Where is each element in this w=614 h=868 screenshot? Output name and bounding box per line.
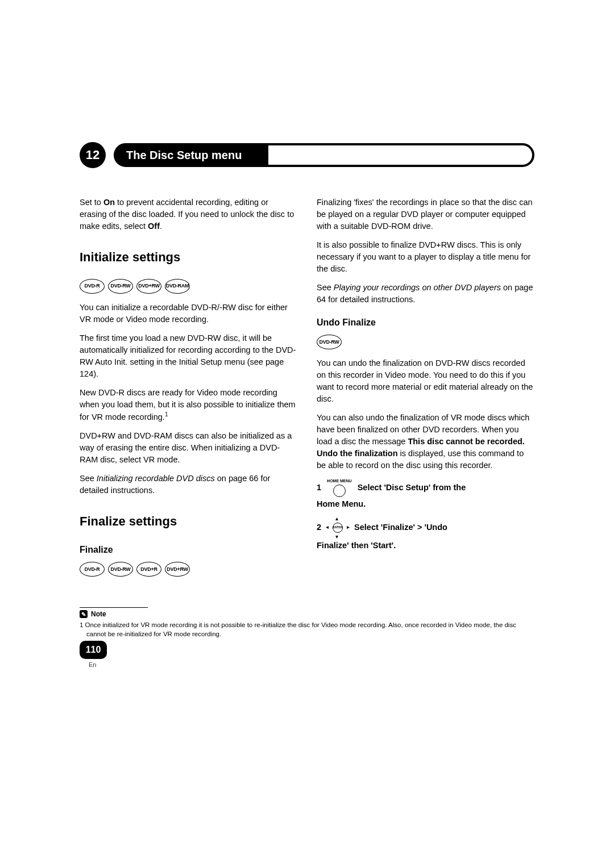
init-paragraph-4: DVD+RW and DVD-RAM discs can also be ini… bbox=[80, 430, 297, 466]
subheading-finalize: Finalize bbox=[80, 543, 297, 556]
note-label: Note bbox=[91, 610, 106, 618]
badge-dvd-rw: DVD-RW bbox=[108, 562, 133, 577]
badge-dvd-plus-r: DVD+R bbox=[136, 562, 161, 577]
step-1-text: Select 'Disc Setup' from the bbox=[358, 482, 466, 494]
step-2-text: Select 'Finalize' > 'Undo bbox=[354, 521, 447, 533]
step-2-row: 2 ▴ ▾ ◂ ▸ ENTER Select 'Finalize' > 'Und… bbox=[317, 517, 534, 539]
footnote-text: 1 Once initialized for VR mode recording… bbox=[80, 620, 534, 639]
badge-dvd-r: DVD-R bbox=[80, 279, 105, 294]
intro-paragraph: Set to On to prevent accidental recordin… bbox=[80, 197, 297, 232]
page-number-badge: 110 bbox=[80, 641, 107, 659]
badge-dvd-plus-rw: DVD+RW bbox=[165, 562, 190, 577]
badge-dvd-plus-rw: DVD+RW bbox=[136, 279, 161, 294]
init-paragraph-1: You can initialize a recordable DVD-R/-R… bbox=[80, 302, 297, 326]
right-column: Finalizing 'fixes' the recordings in pla… bbox=[317, 197, 534, 585]
heading-initialize-settings: Initialize settings bbox=[80, 248, 297, 266]
badge-dvd-r: DVD-R bbox=[80, 562, 105, 577]
note-icon: ✎ bbox=[80, 610, 88, 618]
undo-disc-badges: DVD-RW bbox=[317, 335, 534, 349]
step-2-continuation: Finalize' then 'Start'. bbox=[317, 540, 534, 552]
init-see-reference: See Initializing recordable DVD discs on… bbox=[80, 473, 297, 496]
language-code: En bbox=[89, 661, 96, 668]
badge-dvd-rw: DVD-RW bbox=[108, 279, 133, 294]
chapter-number-badge: 12 bbox=[80, 142, 106, 168]
step-2-number: 2 bbox=[317, 521, 321, 533]
finalize-paragraph-2: It is also possible to finalize DVD+RW d… bbox=[317, 239, 534, 275]
badge-dvd-ram: DVD-RAM bbox=[165, 279, 190, 294]
undo-paragraph-1: You can undo the finalization on DVD-RW … bbox=[317, 357, 534, 405]
step-1-number: 1 bbox=[317, 482, 321, 494]
badge-dvd-rw: DVD-RW bbox=[317, 335, 342, 349]
heading-finalize-settings: Finalize settings bbox=[80, 512, 297, 531]
finalize-paragraph-1: Finalizing 'fixes' the recordings in pla… bbox=[317, 197, 534, 232]
init-paragraph-2: The first time you load a new DVD-RW dis… bbox=[80, 332, 297, 380]
dpad-enter-icon: ▴ ▾ ◂ ▸ ENTER bbox=[327, 517, 349, 539]
footnote-separator bbox=[80, 607, 148, 608]
left-column: Set to On to prevent accidental recordin… bbox=[80, 197, 297, 585]
undo-paragraph-2: You can also undo the finalization of VR… bbox=[317, 412, 534, 471]
finalize-disc-badges: DVD-R DVD-RW DVD+R DVD+RW bbox=[80, 562, 297, 577]
initialize-disc-badges: DVD-R DVD-RW DVD+RW DVD-RAM bbox=[80, 279, 297, 294]
home-menu-button-icon: HOME MENU bbox=[327, 478, 352, 496]
finalize-see-reference: See Playing your recordings on other DVD… bbox=[317, 282, 534, 306]
step-1-continuation: Home Menu. bbox=[317, 498, 534, 510]
chapter-title: The Disc Setup menu bbox=[126, 149, 242, 162]
subheading-undo-finalize: Undo Finalize bbox=[317, 316, 534, 329]
init-paragraph-3: New DVD-R discs are ready for Video mode… bbox=[80, 387, 297, 423]
chapter-header: 12 The Disc Setup menu bbox=[80, 142, 534, 168]
chapter-title-pill: The Disc Setup menu bbox=[114, 143, 534, 167]
step-1-row: 1 HOME MENU Select 'Disc Setup' from the bbox=[317, 478, 534, 496]
note-label-row: ✎ Note bbox=[80, 610, 534, 618]
